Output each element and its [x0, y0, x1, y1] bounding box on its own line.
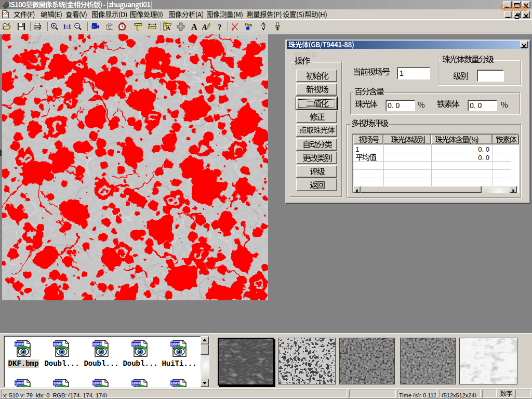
svg-text:?: ? [218, 23, 222, 31]
svg-text:BMP: BMP [171, 381, 180, 385]
svg-text:BMP: BMP [93, 342, 102, 347]
svg-text:BMP: BMP [132, 342, 141, 347]
svg-text:A: A [191, 22, 197, 31]
svg-text:BMP: BMP [171, 342, 180, 347]
svg-text:DOC: DOC [3, 12, 9, 15]
svg-text:BMP: BMP [54, 342, 63, 347]
svg-text:BMP: BMP [15, 381, 24, 385]
svg-text:1: 1 [246, 23, 248, 26]
svg-text:3: 3 [250, 23, 252, 27]
svg-text:BMP: BMP [93, 381, 102, 385]
svg-text:A: A [166, 25, 170, 31]
svg-text:BMP: BMP [15, 342, 24, 347]
svg-text:1:1: 1:1 [63, 23, 71, 30]
svg-text:BMP: BMP [132, 381, 141, 385]
svg-text:BMP: BMP [54, 381, 63, 385]
